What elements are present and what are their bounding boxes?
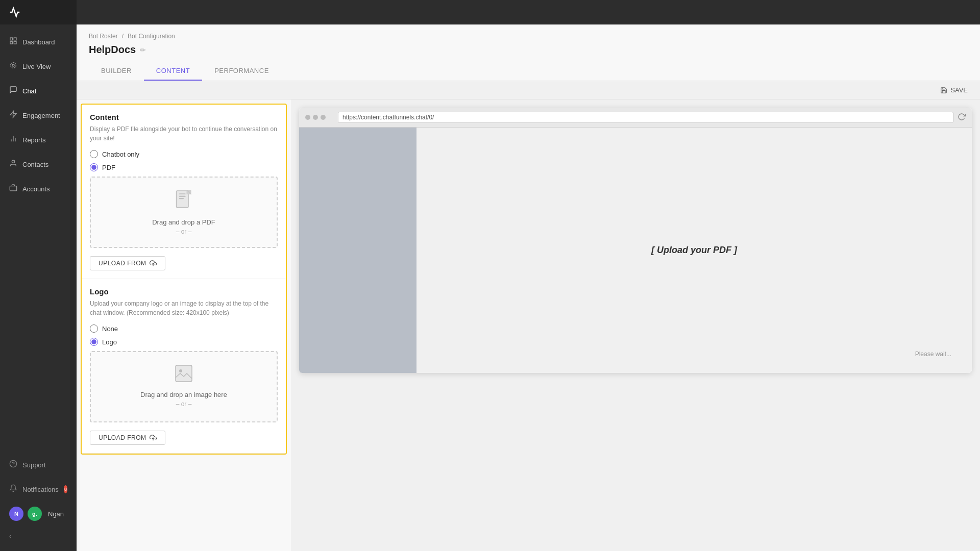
pdf-upload-box[interactable]: Drag and drop a PDF – or –: [90, 177, 278, 248]
left-panel: Content Display a PDF file alongside you…: [77, 99, 291, 551]
tab-builder[interactable]: BUILDER: [89, 62, 144, 81]
browser-window: https://content.chatfunnels.chat/0/ [ Up…: [299, 108, 972, 373]
radio-chatbot-only-input[interactable]: [90, 150, 98, 158]
page-title: HelpDocs: [89, 44, 136, 56]
browser-url-bar[interactable]: https://content.chatfunnels.chat/0/: [338, 112, 953, 123]
svg-rect-20: [176, 365, 192, 382]
browser-content-right: [ Upload your PDF ] Please wait...: [416, 128, 972, 373]
save-bar: SAVE: [77, 81, 980, 99]
browser-dot-1: [305, 115, 310, 120]
sidebar-item-accounts[interactable]: Accounts: [0, 177, 77, 201]
logo-section-desc: Upload your company logo or an image to …: [90, 299, 278, 317]
pdf-doc-icon: [99, 190, 268, 214]
edit-icon[interactable]: ✏: [140, 46, 146, 54]
radio-pdf[interactable]: PDF: [90, 163, 278, 171]
pdf-label: PDF: [102, 164, 115, 171]
sidebar: Dashboard Live View Chat: [0, 0, 77, 551]
browser-content-left: [299, 128, 416, 373]
page-header: Bot Roster / Bot Configuration HelpDocs …: [77, 24, 980, 81]
svg-point-4: [12, 64, 14, 66]
sidebar-item-live-view[interactable]: Live View: [0, 54, 77, 79]
please-wait-text: Please wait...: [915, 350, 951, 358]
page-title-row: HelpDocs ✏: [89, 44, 968, 56]
contacts-icon: [9, 159, 17, 169]
content-section: Content Display a PDF file alongside you…: [82, 105, 286, 279]
image-or-text: – or –: [99, 400, 268, 408]
sidebar-item-engagement[interactable]: Engagement: [0, 103, 77, 128]
pdf-or-text: – or –: [99, 228, 268, 235]
svg-point-5: [11, 63, 16, 68]
image-upload-label: UPLOAD FROM: [99, 434, 146, 441]
logo-section: Logo Upload your company logo or an imag…: [82, 279, 286, 454]
sidebar-nav: Dashboard Live View Chat: [0, 24, 77, 453]
engagement-icon: [9, 110, 17, 120]
tab-performance[interactable]: PERFORMANCE: [202, 62, 281, 81]
browser-dot-2: [313, 115, 318, 120]
reports-label: Reports: [22, 136, 46, 144]
sidebar-item-chat[interactable]: Chat: [0, 79, 77, 103]
breadcrumb-bot-roster[interactable]: Bot Roster: [89, 33, 118, 40]
radio-chatbot-only[interactable]: Chatbot only: [90, 150, 278, 158]
image-upload-button[interactable]: UPLOAD FROM: [90, 431, 165, 445]
radio-none[interactable]: None: [90, 324, 278, 333]
save-button[interactable]: SAVE: [940, 86, 968, 94]
contacts-label: Contacts: [22, 161, 48, 168]
sidebar-item-notifications[interactable]: Notifications 8: [0, 477, 77, 502]
image-icon: [99, 364, 268, 387]
svg-rect-15: [179, 193, 186, 194]
content-section-title: Content: [90, 113, 278, 121]
radio-none-input[interactable]: [90, 324, 98, 333]
browser-dot-3: [321, 115, 326, 120]
user-avatar: N: [9, 507, 23, 521]
radio-logo-input[interactable]: [90, 338, 98, 346]
none-label: None: [102, 325, 118, 333]
content-section-desc: Display a PDF file alongside your bot to…: [90, 124, 278, 143]
support-icon: [9, 460, 17, 470]
breadcrumb-bot-config: Bot Configuration: [128, 33, 175, 40]
radio-logo[interactable]: Logo: [90, 338, 278, 346]
page: Bot Roster / Bot Configuration HelpDocs …: [77, 24, 980, 551]
notification-badge: 8: [64, 485, 67, 493]
browser-refresh-icon[interactable]: [958, 113, 966, 122]
tab-content[interactable]: CONTENT: [144, 62, 202, 81]
svg-rect-3: [10, 41, 13, 44]
notifications-icon: [9, 484, 17, 494]
dashboard-label: Dashboard: [22, 38, 55, 46]
svg-rect-16: [179, 196, 186, 197]
reports-icon: [9, 135, 17, 145]
svg-rect-11: [10, 186, 16, 191]
sidebar-item-reports[interactable]: Reports: [0, 128, 77, 152]
content-area: Content Display a PDF file alongside you…: [77, 99, 980, 551]
svg-point-21: [179, 369, 182, 372]
collapse-button[interactable]: ‹: [0, 526, 77, 546]
pdf-upload-button[interactable]: UPLOAD FROM: [90, 256, 165, 270]
browser-toolbar: https://content.chatfunnels.chat/0/: [299, 108, 972, 128]
logo-section-title: Logo: [90, 287, 278, 296]
svg-rect-17: [179, 198, 184, 199]
radio-pdf-input[interactable]: [90, 163, 98, 171]
breadcrumb: Bot Roster / Bot Configuration: [89, 33, 968, 40]
right-panel: https://content.chatfunnels.chat/0/ [ Up…: [291, 99, 980, 551]
chat-icon: [9, 86, 17, 96]
accounts-icon: [9, 184, 17, 194]
logo-label: Logo: [102, 338, 117, 346]
sidebar-item-support[interactable]: Support: [0, 453, 77, 477]
left-panel-inner: Content Display a PDF file alongside you…: [81, 104, 287, 455]
svg-point-10: [12, 160, 14, 163]
main-area: Bot Roster / Bot Configuration HelpDocs …: [77, 0, 980, 551]
user-info[interactable]: N g. Ngan: [0, 502, 77, 526]
chat-label: Chat: [22, 87, 36, 95]
live-view-icon: [9, 61, 17, 71]
sidebar-item-contacts[interactable]: Contacts: [0, 152, 77, 177]
image-upload-box[interactable]: Drag and drop an image here – or –: [90, 351, 278, 422]
svg-rect-1: [14, 38, 16, 40]
chatbot-only-label: Chatbot only: [102, 151, 139, 158]
sidebar-item-dashboard[interactable]: Dashboard: [0, 30, 77, 54]
pdf-drag-text: Drag and drop a PDF: [99, 218, 268, 226]
breadcrumb-sep: /: [122, 33, 124, 40]
topbar: [77, 0, 980, 24]
save-label: SAVE: [950, 86, 968, 94]
svg-marker-6: [10, 111, 16, 117]
browser-dots: [305, 115, 326, 120]
sidebar-bottom: Support Notifications 8 N g. Ngan ‹: [0, 453, 77, 551]
